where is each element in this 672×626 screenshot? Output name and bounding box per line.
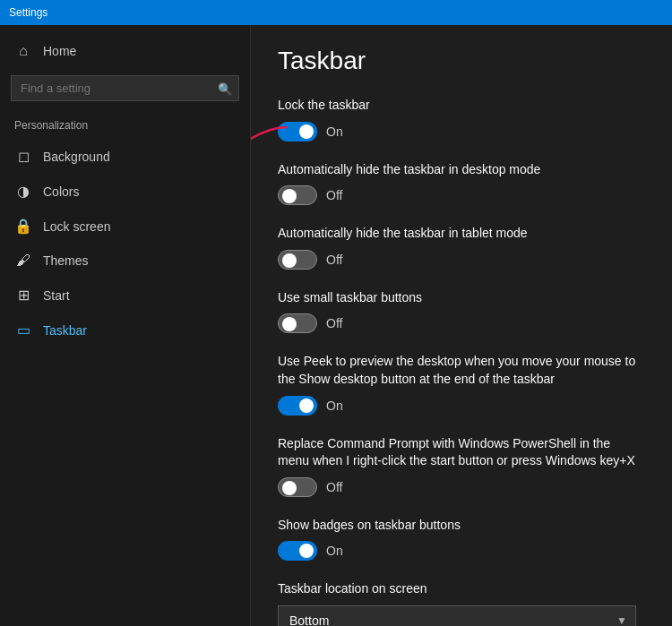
taskbar-icon: ▭ xyxy=(14,322,32,339)
setting-small-buttons: Use small taskbar buttons Off xyxy=(278,289,645,334)
peek-preview-toggle[interactable] xyxy=(278,396,317,416)
replace-cmd-toggle[interactable] xyxy=(278,477,317,497)
show-badges-label: Show badges on taskbar buttons xyxy=(278,517,645,535)
lock-screen-icon: 🔒 xyxy=(14,218,32,235)
sidebar-item-taskbar[interactable]: ▭ Taskbar xyxy=(0,313,250,347)
peek-preview-label: Use Peek to preview the desktop when you… xyxy=(278,353,636,388)
small-buttons-label: Use small taskbar buttons xyxy=(278,289,645,307)
show-badges-state: On xyxy=(326,544,343,558)
app-container: ⌂ Home 🔍 Personalization ◻ Background ◑ … xyxy=(0,25,672,626)
sidebar-item-themes[interactable]: 🖌 Themes xyxy=(0,244,250,278)
auto-hide-tablet-state: Off xyxy=(326,253,342,267)
show-badges-toggle-row: On xyxy=(278,541,645,561)
peek-preview-state: On xyxy=(326,399,343,413)
sidebar-item-lock-screen[interactable]: 🔒 Lock screen xyxy=(0,209,250,244)
setting-replace-cmd: Replace Command Prompt with Windows Powe… xyxy=(278,435,645,497)
sidebar-item-background[interactable]: ◻ Background xyxy=(0,139,250,174)
setting-peek-preview: Use Peek to preview the desktop when you… xyxy=(278,353,645,415)
sidebar-item-colors[interactable]: ◑ Colors xyxy=(0,174,250,209)
small-buttons-knob xyxy=(282,317,297,331)
auto-hide-tablet-knob xyxy=(282,253,297,268)
themes-label: Themes xyxy=(43,253,89,268)
main-content: Taskbar Lock the taskbar On Automaticall… xyxy=(251,25,672,626)
small-buttons-toggle-row: Off xyxy=(278,313,645,333)
peek-preview-knob xyxy=(299,399,314,413)
taskbar-location-label: Taskbar location on screen xyxy=(278,580,645,598)
auto-hide-tablet-toggle[interactable] xyxy=(278,250,317,270)
home-icon: ⌂ xyxy=(14,43,32,59)
auto-hide-tablet-label: Automatically hide the taskbar in tablet… xyxy=(278,225,645,243)
lock-taskbar-knob xyxy=(299,124,314,139)
background-label: Background xyxy=(43,150,110,164)
show-badges-toggle[interactable] xyxy=(278,541,317,561)
personalization-label: Personalization xyxy=(0,116,250,139)
main-wrapper: Taskbar Lock the taskbar On Automaticall… xyxy=(278,47,645,626)
taskbar-location-select[interactable]: Bottom Top Left Right xyxy=(278,605,636,626)
setting-show-badges: Show badges on taskbar buttons On xyxy=(278,517,645,562)
search-input[interactable] xyxy=(11,75,239,101)
themes-icon: 🖌 xyxy=(14,253,32,269)
replace-cmd-state: Off xyxy=(326,480,342,494)
sidebar-search[interactable]: 🔍 xyxy=(11,75,239,101)
sidebar-item-home[interactable]: ⌂ Home xyxy=(0,34,250,68)
setting-auto-hide-desktop: Automatically hide the taskbar in deskto… xyxy=(278,161,645,206)
colors-label: Colors xyxy=(43,184,79,199)
search-icon: 🔍 xyxy=(218,81,232,95)
title-bar: Settings xyxy=(0,0,672,25)
replace-cmd-label: Replace Command Prompt with Windows Powe… xyxy=(278,435,636,470)
auto-hide-tablet-toggle-row: Off xyxy=(278,250,645,270)
replace-cmd-knob xyxy=(282,481,297,495)
show-badges-knob xyxy=(299,544,314,558)
lock-taskbar-label: Lock the taskbar xyxy=(278,97,645,115)
setting-taskbar-location: Taskbar location on screen Bottom Top Le… xyxy=(278,580,645,626)
auto-hide-desktop-knob xyxy=(282,189,297,203)
page-title: Taskbar xyxy=(278,47,645,75)
home-label: Home xyxy=(43,44,76,58)
colors-icon: ◑ xyxy=(14,183,32,200)
sidebar: ⌂ Home 🔍 Personalization ◻ Background ◑ … xyxy=(0,25,251,626)
auto-hide-desktop-toggle-row: Off xyxy=(278,185,645,205)
title-bar-text: Settings xyxy=(9,6,47,19)
auto-hide-desktop-toggle[interactable] xyxy=(278,185,317,205)
auto-hide-desktop-label: Automatically hide the taskbar in deskto… xyxy=(278,161,645,179)
auto-hide-desktop-state: Off xyxy=(326,188,342,202)
setting-lock-taskbar: Lock the taskbar On xyxy=(278,97,645,141)
replace-cmd-toggle-row: Off xyxy=(278,477,645,497)
start-icon: ⊞ xyxy=(14,287,32,304)
lock-screen-label: Lock screen xyxy=(43,219,110,234)
lock-taskbar-state: On xyxy=(326,124,343,139)
setting-auto-hide-tablet: Automatically hide the taskbar in tablet… xyxy=(278,225,645,270)
sidebar-item-start[interactable]: ⊞ Start xyxy=(0,278,250,313)
taskbar-label: Taskbar xyxy=(43,323,87,338)
lock-taskbar-toggle[interactable] xyxy=(278,122,317,141)
start-label: Start xyxy=(43,288,70,303)
lock-taskbar-toggle-row: On xyxy=(278,122,645,141)
small-buttons-toggle[interactable] xyxy=(278,313,317,333)
background-icon: ◻ xyxy=(14,148,32,165)
taskbar-location-select-container: Bottom Top Left Right ▼ xyxy=(278,605,636,626)
small-buttons-state: Off xyxy=(326,316,342,330)
peek-preview-toggle-row: On xyxy=(278,396,645,416)
